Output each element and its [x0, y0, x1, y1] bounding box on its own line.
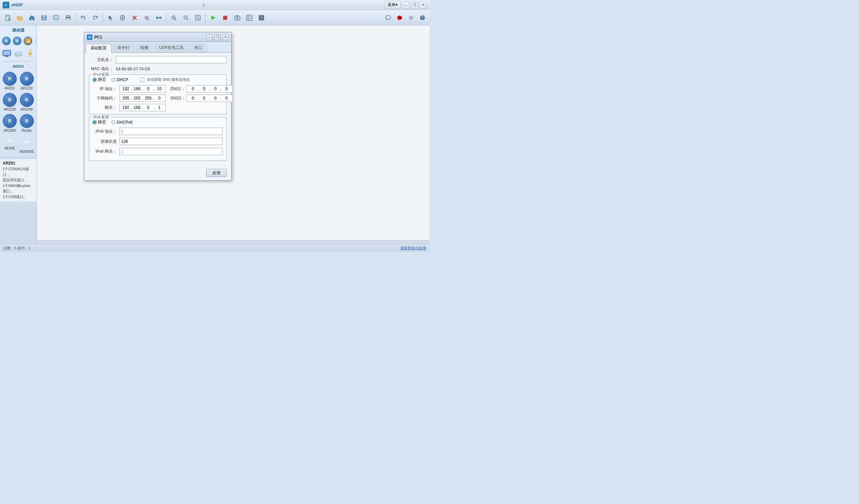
menu-button[interactable]: 菜单▾ [385, 1, 401, 9]
dialog-maximize-button[interactable]: ❒ [214, 34, 221, 40]
subnet-seg3[interactable] [144, 95, 153, 101]
canvas-area[interactable]: PC1 — ❒ ✕ 基础配置 命令行 组播 UDP发包工具 串口 主机名： [37, 26, 430, 244]
ipv6-section: IPv6 配置 静态 DHCPv6 IPv6 [89, 117, 226, 161]
zoom-in-button[interactable] [168, 12, 180, 23]
device-item-NE40E[interactable]: NE NE40E [2, 135, 17, 154]
start-all-button[interactable] [207, 12, 219, 23]
dns1-seg1[interactable] [188, 85, 198, 92]
maximize-button[interactable]: ❒ [411, 1, 418, 9]
ip-seg1[interactable] [121, 85, 131, 92]
dns1-seg4[interactable] [222, 85, 231, 92]
dns1-seg2[interactable] [199, 85, 209, 92]
minimize-button[interactable]: — [402, 1, 409, 9]
tab-serial[interactable]: 串口 [189, 43, 207, 52]
hostname-input[interactable] [116, 56, 226, 63]
subnet-seg2[interactable] [132, 95, 141, 101]
sidebar-item-switch-top[interactable] [33, 35, 37, 47]
gw-seg4[interactable] [155, 104, 164, 111]
dialog-minimize-button[interactable]: — [206, 34, 212, 40]
title-bar-right: 菜单▾ — ❒ ✕ [385, 1, 427, 9]
device-item-AR2240[interactable]: R AR2240 [19, 92, 34, 112]
svg-line-25 [175, 19, 176, 20]
topology-button[interactable] [256, 12, 267, 23]
sidebar-item-wifi[interactable]: 📶 [23, 35, 33, 47]
print-button[interactable] [62, 12, 74, 23]
dns2-seg2[interactable] [199, 95, 209, 101]
sidebar-item-router2[interactable]: R [12, 35, 22, 47]
AR2220-label: AR2220 [4, 108, 16, 111]
huawei-button[interactable] [395, 13, 405, 23]
ip-seg4[interactable] [155, 85, 164, 92]
tab-cmd[interactable]: 命令行 [112, 43, 135, 52]
toolbar: ? [0, 10, 430, 26]
device-item-AR3260[interactable]: R AR3260 [2, 113, 17, 133]
dialog-footer: 应用 [84, 167, 231, 180]
move-button[interactable] [117, 12, 128, 23]
status-link[interactable]: 获取帮助与反馈 [400, 246, 426, 251]
router-section-title: 路由器 [0, 26, 36, 34]
ipv6-dhcpv6-radio[interactable]: DHCPv6 [111, 120, 133, 125]
apply-button[interactable]: 应用 [206, 169, 226, 177]
zoom-out-button[interactable] [180, 12, 192, 23]
NE5000E-icon: NE [20, 135, 34, 149]
sidebar-item-cloud[interactable] [13, 48, 24, 59]
stop-all-button[interactable] [220, 12, 231, 23]
canvas-hscroll[interactable] [37, 240, 430, 244]
ipv6-gw-input[interactable] [119, 148, 223, 155]
device-item-AR201[interactable]: R AR201 [2, 71, 17, 91]
config-button[interactable] [244, 12, 255, 23]
gw-seg3[interactable] [144, 104, 153, 111]
ip-seg2[interactable] [132, 85, 141, 92]
fit-button[interactable] [192, 12, 204, 23]
undo-button[interactable] [77, 12, 89, 23]
new-button[interactable] [2, 12, 13, 23]
hostname-row: 主机名： [89, 56, 226, 63]
subnet-seg1[interactable] [121, 95, 131, 101]
dns2-seg4[interactable] [222, 95, 231, 101]
dns2-seg3[interactable] [211, 95, 220, 101]
tab-basic[interactable]: 基础配置 [86, 44, 112, 52]
subnet-seg4[interactable] [155, 95, 164, 101]
prefix-input[interactable] [119, 138, 223, 145]
tab-multicast[interactable]: 组播 [135, 43, 153, 52]
gw-seg2[interactable] [132, 104, 141, 111]
sidebar-item-bolt[interactable] [25, 48, 35, 59]
dns1-seg3[interactable] [211, 85, 220, 92]
auto-dns-checkbox[interactable]: 自动获取 DNS 服务器地址 [140, 77, 190, 82]
ipv4-dhcp-radio[interactable]: DHCP [111, 77, 128, 82]
svg-text:?: ? [421, 16, 423, 20]
ipv4-static-radio[interactable]: 静态 [93, 77, 106, 82]
settings-button[interactable] [406, 13, 416, 23]
device-item-AR1220[interactable]: R AR1220 [19, 71, 34, 91]
sidebar-item-monitor[interactable] [1, 48, 12, 59]
device-item-NE5000E[interactable]: NE NE5000E [19, 135, 34, 154]
subnet-field: . . . [119, 95, 166, 102]
gw-seg1[interactable] [121, 104, 131, 111]
link-button[interactable] [153, 12, 164, 23]
message-button[interactable] [383, 13, 393, 23]
ipv6-addr-input[interactable] [119, 128, 223, 135]
device-item-Router[interactable]: R Router [19, 113, 34, 133]
ip-seg3[interactable] [144, 85, 153, 92]
ipv6-static-radio[interactable]: 静态 [93, 119, 106, 125]
close-button[interactable]: ✕ [419, 1, 427, 9]
snapshot-button[interactable] [231, 12, 243, 23]
tab-udp[interactable]: UDP发包工具 [154, 43, 189, 52]
dns2-seg1[interactable] [188, 95, 198, 101]
select-button[interactable] [105, 12, 116, 23]
open-button[interactable] [14, 12, 26, 23]
title-bar: e eNSP 1 菜单▾ — ❒ ✕ [0, 0, 430, 10]
capture-button[interactable] [141, 12, 152, 23]
Router-icon: R [20, 114, 34, 128]
delete-button[interactable] [129, 12, 140, 23]
help-button[interactable]: ? [418, 13, 427, 23]
save-button[interactable] [38, 12, 50, 23]
svg-rect-6 [43, 15, 45, 17]
sidebar-info-title: AR201 [3, 161, 34, 166]
device-item-AR2220[interactable]: R AR2220 [2, 92, 17, 112]
redo-button[interactable] [90, 12, 101, 23]
home-button[interactable] [26, 12, 37, 23]
export-button[interactable] [50, 12, 62, 23]
sidebar-item-router1[interactable]: R [1, 35, 11, 47]
dialog-close-button[interactable]: ✕ [223, 34, 228, 40]
